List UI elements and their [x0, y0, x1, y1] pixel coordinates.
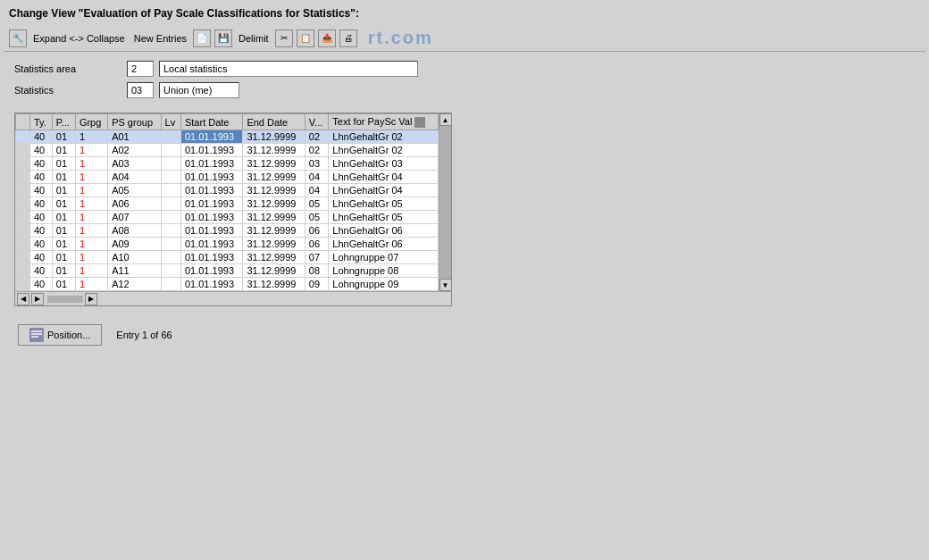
- row-selector[interactable]: [16, 251, 30, 264]
- cell-v: 02: [305, 144, 329, 157]
- new-entries-button[interactable]: New Entries: [131, 32, 189, 45]
- expand-collapse-button[interactable]: Expand <-> Collapse: [30, 32, 128, 45]
- cell-start-date: 01.01.1993: [180, 130, 242, 144]
- save-icon[interactable]: 💾: [214, 29, 232, 47]
- col-settings-icon[interactable]: [414, 117, 425, 128]
- cell-v: 06: [305, 238, 329, 251]
- cell-p: 01: [52, 171, 75, 184]
- cell-lv: [161, 224, 180, 238]
- cell-ty: 40: [30, 171, 53, 184]
- toolbar: 🔧 Expand <-> Collapse New Entries 📄 💾 De…: [4, 25, 925, 52]
- row-selector[interactable]: [16, 197, 30, 211]
- svg-rect-1: [31, 333, 42, 335]
- copy-icon[interactable]: 📄: [193, 29, 211, 47]
- cell-end-date: 31.12.9999: [243, 238, 305, 251]
- cell-text: LhnGehaltGr 03: [329, 157, 439, 171]
- cell-start-date: 01.01.1993: [180, 264, 242, 278]
- scroll-right2-button[interactable]: ▶: [85, 293, 97, 305]
- cell-v: 04: [305, 184, 329, 197]
- cell-grpg: 1: [75, 224, 107, 238]
- row-selector[interactable]: [16, 157, 30, 171]
- row-selector[interactable]: [16, 264, 30, 278]
- scroll-right-button[interactable]: ▶: [31, 293, 44, 305]
- statistics-area-value[interactable]: 2: [127, 61, 154, 77]
- page-icon[interactable]: 📋: [297, 29, 314, 47]
- cell-end-date: 31.12.9999: [243, 197, 305, 211]
- row-selector[interactable]: [16, 211, 30, 224]
- cell-v: 09: [305, 278, 329, 291]
- table-row[interactable]: 40011A0801.01.199331.12.999906LhnGehaltG…: [16, 224, 439, 238]
- row-selector[interactable]: [16, 238, 30, 251]
- cell-grpg: 1: [75, 130, 107, 144]
- header-row: Ty. P... Grpg PS group Lv Start Date End…: [16, 114, 439, 130]
- cell-ty: 40: [30, 130, 53, 144]
- table-header: Ty. P... Grpg PS group Lv Start Date End…: [16, 114, 439, 130]
- cell-p: 01: [52, 264, 75, 278]
- cell-ty: 40: [30, 184, 53, 197]
- table-row[interactable]: 40011A0301.01.199331.12.999903LhnGehaltG…: [16, 157, 439, 171]
- cell-grpg: 1: [75, 184, 107, 197]
- delimit-button[interactable]: Delimit: [236, 32, 272, 45]
- cell-ps-group: A09: [108, 238, 161, 251]
- export-icon[interactable]: 📤: [318, 29, 336, 47]
- horizontal-scrollbar: ◀ ▶ ▶: [15, 291, 451, 305]
- cell-v: 04: [305, 171, 329, 184]
- table-row[interactable]: 40011A0501.01.199331.12.999904LhnGehaltG…: [16, 184, 439, 197]
- position-button[interactable]: Position...: [18, 324, 102, 346]
- statistics-value[interactable]: 03: [127, 82, 154, 98]
- table-row[interactable]: 40011A0101.01.199331.12.999902LhnGehaltG…: [16, 130, 439, 144]
- row-selector[interactable]: [16, 171, 30, 184]
- table-row[interactable]: 40011A0401.01.199331.12.999904LhnGehaltG…: [16, 171, 439, 184]
- cell-ps-group: A12: [108, 278, 161, 291]
- table-row[interactable]: 40011A0201.01.199331.12.999902LhnGehaltG…: [16, 144, 439, 157]
- table-row[interactable]: 40011A1201.01.199331.12.999909Lohngruppe…: [16, 278, 439, 291]
- table-row[interactable]: 40011A0601.01.199331.12.999905LhnGehaltG…: [16, 197, 439, 211]
- wrench-icon[interactable]: 🔧: [9, 29, 27, 47]
- cell-lv: [161, 264, 180, 278]
- table-row[interactable]: 40011A0701.01.199331.12.999905LhnGehaltG…: [16, 211, 439, 224]
- row-selector[interactable]: [16, 278, 30, 291]
- svg-rect-2: [31, 336, 38, 338]
- print-icon[interactable]: 🖨: [339, 29, 357, 47]
- col-selector-header[interactable]: [16, 114, 30, 130]
- cell-ty: 40: [30, 211, 53, 224]
- cell-text: LhnGehaltGr 06: [329, 224, 439, 238]
- statistics-area-row: Statistics area 2 Local statistics: [14, 61, 915, 77]
- scissors-icon[interactable]: ✂: [275, 29, 293, 47]
- cell-lv: [161, 171, 180, 184]
- table-row[interactable]: 40011A0901.01.199331.12.999906LhnGehaltG…: [16, 238, 439, 251]
- table-row[interactable]: 40011A1101.01.199331.12.999908Lohngruppe…: [16, 264, 439, 278]
- row-selector[interactable]: [16, 130, 30, 144]
- horiz-scroll-track[interactable]: [47, 296, 83, 303]
- col-start-date: Start Date: [180, 114, 242, 130]
- cell-ty: 40: [30, 238, 53, 251]
- row-selector[interactable]: [16, 144, 30, 157]
- cell-p: 01: [52, 251, 75, 264]
- cell-ps-group: A08: [108, 224, 161, 238]
- cell-end-date: 31.12.9999: [243, 130, 305, 144]
- cell-start-date: 01.01.1993: [180, 278, 242, 291]
- cell-grpg: 1: [75, 238, 107, 251]
- vertical-scrollbar[interactable]: ▲ ▼: [439, 113, 451, 291]
- cell-start-date: 01.01.1993: [180, 238, 242, 251]
- cell-ty: 40: [30, 251, 53, 264]
- row-selector[interactable]: [16, 184, 30, 197]
- watermark: rt.com: [368, 28, 433, 48]
- cell-ps-group: A07: [108, 211, 161, 224]
- cell-p: 01: [52, 211, 75, 224]
- cell-ps-group: A01: [108, 130, 161, 144]
- scroll-down-button[interactable]: ▼: [439, 279, 452, 291]
- scroll-left-button[interactable]: ◀: [17, 293, 29, 305]
- cell-start-date: 01.01.1993: [180, 251, 242, 264]
- table-container: Ty. P... Grpg PS group Lv Start Date End…: [14, 113, 915, 306]
- cell-lv: [161, 197, 180, 211]
- scroll-track[interactable]: [439, 126, 452, 279]
- position-icon: [29, 328, 44, 342]
- table-row[interactable]: 40011A1001.01.199331.12.999907Lohngruppe…: [16, 251, 439, 264]
- cell-p: 01: [52, 144, 75, 157]
- cell-end-date: 31.12.9999: [243, 144, 305, 157]
- row-selector[interactable]: [16, 224, 30, 238]
- cell-grpg: 1: [75, 197, 107, 211]
- scroll-up-button[interactable]: ▲: [439, 113, 452, 126]
- cell-lv: [161, 211, 180, 224]
